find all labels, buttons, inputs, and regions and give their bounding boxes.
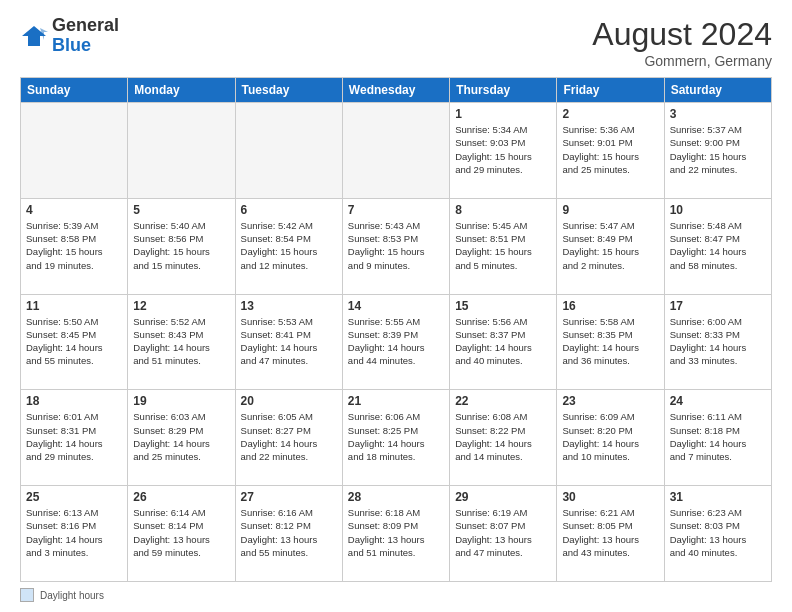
day-info: Sunrise: 6:09 AMSunset: 8:20 PMDaylight:… xyxy=(562,410,658,463)
day-header-saturday: Saturday xyxy=(664,78,771,103)
calendar-cell: 22Sunrise: 6:08 AMSunset: 8:22 PMDayligh… xyxy=(450,390,557,486)
calendar-week-2: 11Sunrise: 5:50 AMSunset: 8:45 PMDayligh… xyxy=(21,294,772,390)
day-number: 13 xyxy=(241,299,337,313)
logo-icon xyxy=(20,22,48,50)
day-info: Sunrise: 6:08 AMSunset: 8:22 PMDaylight:… xyxy=(455,410,551,463)
day-number: 27 xyxy=(241,490,337,504)
title-block: August 2024 Gommern, Germany xyxy=(592,16,772,69)
day-info: Sunrise: 6:00 AMSunset: 8:33 PMDaylight:… xyxy=(670,315,766,368)
day-info: Sunrise: 6:18 AMSunset: 8:09 PMDaylight:… xyxy=(348,506,444,559)
day-number: 1 xyxy=(455,107,551,121)
day-number: 31 xyxy=(670,490,766,504)
day-info: Sunrise: 6:13 AMSunset: 8:16 PMDaylight:… xyxy=(26,506,122,559)
day-info: Sunrise: 5:36 AMSunset: 9:01 PMDaylight:… xyxy=(562,123,658,176)
day-header-sunday: Sunday xyxy=(21,78,128,103)
day-number: 20 xyxy=(241,394,337,408)
day-info: Sunrise: 6:03 AMSunset: 8:29 PMDaylight:… xyxy=(133,410,229,463)
day-info: Sunrise: 5:56 AMSunset: 8:37 PMDaylight:… xyxy=(455,315,551,368)
day-number: 18 xyxy=(26,394,122,408)
calendar-cell: 3Sunrise: 5:37 AMSunset: 9:00 PMDaylight… xyxy=(664,103,771,199)
footer-label: Daylight hours xyxy=(40,590,104,601)
calendar-cell: 14Sunrise: 5:55 AMSunset: 8:39 PMDayligh… xyxy=(342,294,449,390)
calendar-cell: 4Sunrise: 5:39 AMSunset: 8:58 PMDaylight… xyxy=(21,198,128,294)
calendar-cell: 19Sunrise: 6:03 AMSunset: 8:29 PMDayligh… xyxy=(128,390,235,486)
day-number: 12 xyxy=(133,299,229,313)
day-number: 10 xyxy=(670,203,766,217)
day-number: 14 xyxy=(348,299,444,313)
calendar-cell: 17Sunrise: 6:00 AMSunset: 8:33 PMDayligh… xyxy=(664,294,771,390)
logo-text: General Blue xyxy=(52,16,119,56)
calendar-cell: 9Sunrise: 5:47 AMSunset: 8:49 PMDaylight… xyxy=(557,198,664,294)
calendar-cell: 5Sunrise: 5:40 AMSunset: 8:56 PMDaylight… xyxy=(128,198,235,294)
day-number: 5 xyxy=(133,203,229,217)
day-number: 30 xyxy=(562,490,658,504)
day-number: 23 xyxy=(562,394,658,408)
day-info: Sunrise: 5:34 AMSunset: 9:03 PMDaylight:… xyxy=(455,123,551,176)
day-info: Sunrise: 5:53 AMSunset: 8:41 PMDaylight:… xyxy=(241,315,337,368)
calendar-cell: 29Sunrise: 6:19 AMSunset: 8:07 PMDayligh… xyxy=(450,486,557,582)
calendar-cell: 6Sunrise: 5:42 AMSunset: 8:54 PMDaylight… xyxy=(235,198,342,294)
day-info: Sunrise: 6:14 AMSunset: 8:14 PMDaylight:… xyxy=(133,506,229,559)
day-number: 9 xyxy=(562,203,658,217)
calendar-cell: 26Sunrise: 6:14 AMSunset: 8:14 PMDayligh… xyxy=(128,486,235,582)
day-info: Sunrise: 5:40 AMSunset: 8:56 PMDaylight:… xyxy=(133,219,229,272)
calendar-cell: 31Sunrise: 6:23 AMSunset: 8:03 PMDayligh… xyxy=(664,486,771,582)
day-number: 25 xyxy=(26,490,122,504)
day-number: 29 xyxy=(455,490,551,504)
day-info: Sunrise: 5:39 AMSunset: 8:58 PMDaylight:… xyxy=(26,219,122,272)
day-info: Sunrise: 5:55 AMSunset: 8:39 PMDaylight:… xyxy=(348,315,444,368)
day-info: Sunrise: 6:01 AMSunset: 8:31 PMDaylight:… xyxy=(26,410,122,463)
calendar-cell: 1Sunrise: 5:34 AMSunset: 9:03 PMDaylight… xyxy=(450,103,557,199)
day-number: 22 xyxy=(455,394,551,408)
calendar-cell: 12Sunrise: 5:52 AMSunset: 8:43 PMDayligh… xyxy=(128,294,235,390)
day-number: 28 xyxy=(348,490,444,504)
header: General Blue August 2024 Gommern, German… xyxy=(20,16,772,69)
day-info: Sunrise: 5:52 AMSunset: 8:43 PMDaylight:… xyxy=(133,315,229,368)
calendar-cell: 8Sunrise: 5:45 AMSunset: 8:51 PMDaylight… xyxy=(450,198,557,294)
calendar-week-4: 25Sunrise: 6:13 AMSunset: 8:16 PMDayligh… xyxy=(21,486,772,582)
day-number: 11 xyxy=(26,299,122,313)
calendar-cell: 20Sunrise: 6:05 AMSunset: 8:27 PMDayligh… xyxy=(235,390,342,486)
day-header-friday: Friday xyxy=(557,78,664,103)
calendar-cell: 18Sunrise: 6:01 AMSunset: 8:31 PMDayligh… xyxy=(21,390,128,486)
calendar-cell: 27Sunrise: 6:16 AMSunset: 8:12 PMDayligh… xyxy=(235,486,342,582)
location: Gommern, Germany xyxy=(592,53,772,69)
day-info: Sunrise: 6:19 AMSunset: 8:07 PMDaylight:… xyxy=(455,506,551,559)
calendar-cell: 24Sunrise: 6:11 AMSunset: 8:18 PMDayligh… xyxy=(664,390,771,486)
day-info: Sunrise: 5:50 AMSunset: 8:45 PMDaylight:… xyxy=(26,315,122,368)
day-number: 24 xyxy=(670,394,766,408)
day-number: 7 xyxy=(348,203,444,217)
calendar-cell: 30Sunrise: 6:21 AMSunset: 8:05 PMDayligh… xyxy=(557,486,664,582)
calendar-header-row: SundayMondayTuesdayWednesdayThursdayFrid… xyxy=(21,78,772,103)
day-number: 21 xyxy=(348,394,444,408)
day-number: 26 xyxy=(133,490,229,504)
day-number: 2 xyxy=(562,107,658,121)
calendar-cell xyxy=(235,103,342,199)
calendar-cell: 21Sunrise: 6:06 AMSunset: 8:25 PMDayligh… xyxy=(342,390,449,486)
day-info: Sunrise: 5:42 AMSunset: 8:54 PMDaylight:… xyxy=(241,219,337,272)
day-number: 4 xyxy=(26,203,122,217)
page: General Blue August 2024 Gommern, German… xyxy=(0,0,792,612)
calendar-cell: 7Sunrise: 5:43 AMSunset: 8:53 PMDaylight… xyxy=(342,198,449,294)
calendar-cell: 13Sunrise: 5:53 AMSunset: 8:41 PMDayligh… xyxy=(235,294,342,390)
svg-marker-0 xyxy=(22,26,46,46)
day-number: 6 xyxy=(241,203,337,217)
day-info: Sunrise: 5:58 AMSunset: 8:35 PMDaylight:… xyxy=(562,315,658,368)
day-info: Sunrise: 6:16 AMSunset: 8:12 PMDaylight:… xyxy=(241,506,337,559)
day-number: 3 xyxy=(670,107,766,121)
logo-general: General xyxy=(52,15,119,35)
calendar-week-0: 1Sunrise: 5:34 AMSunset: 9:03 PMDaylight… xyxy=(21,103,772,199)
day-number: 15 xyxy=(455,299,551,313)
calendar-week-1: 4Sunrise: 5:39 AMSunset: 8:58 PMDaylight… xyxy=(21,198,772,294)
daylight-box xyxy=(20,588,34,602)
logo-blue: Blue xyxy=(52,35,91,55)
footer: Daylight hours xyxy=(20,588,772,602)
logo: General Blue xyxy=(20,16,119,56)
calendar-cell: 23Sunrise: 6:09 AMSunset: 8:20 PMDayligh… xyxy=(557,390,664,486)
day-number: 8 xyxy=(455,203,551,217)
calendar-cell: 10Sunrise: 5:48 AMSunset: 8:47 PMDayligh… xyxy=(664,198,771,294)
calendar-cell xyxy=(128,103,235,199)
day-info: Sunrise: 5:48 AMSunset: 8:47 PMDaylight:… xyxy=(670,219,766,272)
calendar-cell: 11Sunrise: 5:50 AMSunset: 8:45 PMDayligh… xyxy=(21,294,128,390)
day-info: Sunrise: 6:21 AMSunset: 8:05 PMDaylight:… xyxy=(562,506,658,559)
